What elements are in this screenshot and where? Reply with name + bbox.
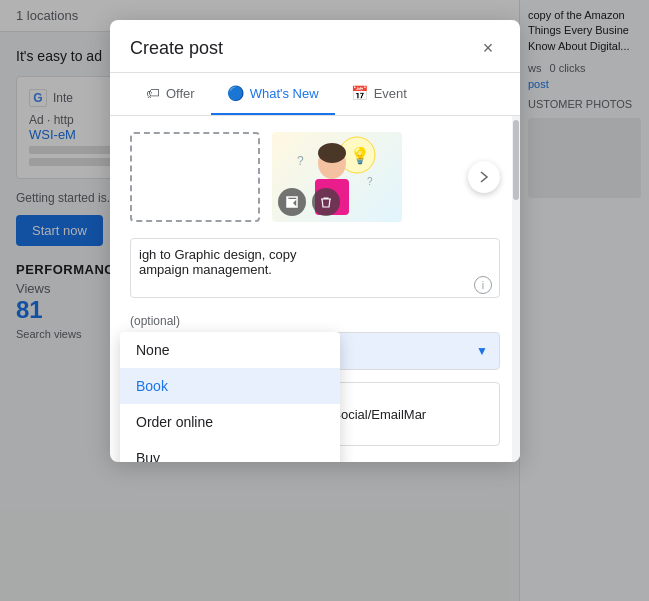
image-area: 💡 ? ? (130, 132, 500, 222)
svg-text:💡: 💡 (350, 146, 370, 165)
svg-text:?: ? (367, 176, 373, 187)
close-button[interactable]: × (476, 36, 500, 60)
dropdown-item-order-online[interactable]: Order online (120, 404, 340, 440)
image-upload-placeholder[interactable] (130, 132, 260, 222)
event-icon: 📅 (351, 85, 368, 101)
create-post-modal: Create post × 🏷 Offer 🔵 What's New 📅 Eve… (110, 20, 520, 462)
scrollbar-thumb (513, 120, 519, 200)
next-image-button[interactable] (468, 161, 500, 193)
svg-text:?: ? (297, 154, 304, 168)
modal-body: 💡 ? ? (110, 116, 520, 462)
dropdown-item-book[interactable]: Book (120, 368, 340, 404)
svg-point-3 (318, 143, 346, 163)
button-select-wrapper: None Book Order online Buy Learn more Si… (130, 332, 500, 370)
textarea-wrapper: igh to Graphic design, copy ampaign mana… (130, 238, 500, 302)
dropdown-item-none[interactable]: None (120, 332, 340, 368)
info-icon[interactable]: i (474, 276, 492, 294)
image-right-area: 1 / 10 (414, 170, 500, 184)
button-optional-label: (optional) (130, 314, 500, 328)
chevron-right-icon (479, 170, 489, 184)
tab-offer-label: Offer (166, 86, 195, 101)
modal-header: Create post × (110, 20, 520, 73)
whats-new-icon: 🔵 (227, 85, 244, 101)
image-thumbnail: 💡 ? ? (272, 132, 402, 222)
modal-title: Create post (130, 38, 223, 59)
dropdown-item-buy[interactable]: Buy (120, 440, 340, 462)
post-text-input[interactable]: igh to Graphic design, copy ampaign mana… (130, 238, 500, 298)
tab-event-label: Event (374, 86, 407, 101)
crop-button[interactable] (278, 188, 306, 216)
tab-offer[interactable]: 🏷 Offer (130, 73, 211, 115)
dropdown-menu: None Book Order online Buy Learn more Si… (120, 332, 340, 462)
delete-image-button[interactable] (312, 188, 340, 216)
scrollbar[interactable] (512, 116, 520, 462)
image-controls (278, 188, 340, 216)
offer-icon: 🏷 (146, 85, 160, 101)
tab-event[interactable]: 📅 Event (335, 73, 423, 115)
tab-whats-new-label: What's New (250, 86, 319, 101)
tabs-bar: 🏷 Offer 🔵 What's New 📅 Event (110, 73, 520, 116)
tab-whats-new[interactable]: 🔵 What's New (211, 73, 335, 115)
